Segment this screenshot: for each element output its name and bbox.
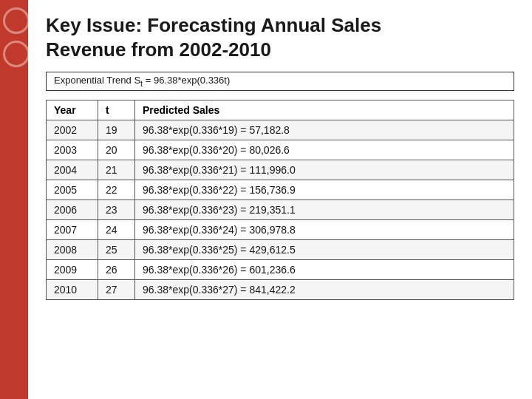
table-row: 20032096.38*exp(0.336*20) = 80,026.6 [47, 140, 514, 160]
table-row: 20042196.38*exp(0.336*21) = 111,996.0 [47, 160, 514, 180]
table-cell-5-0: 2007 [47, 219, 98, 239]
table-cell-2-0: 2004 [47, 160, 98, 180]
table-row: 20052296.38*exp(0.336*22) = 156,736.9 [47, 180, 514, 200]
table-cell-7-1: 26 [98, 259, 135, 279]
main-content: Key Issue: Forecasting Annual Sales Reve… [28, 0, 532, 399]
table-cell-6-0: 2008 [47, 239, 98, 259]
forecast-table: Year t Predicted Sales 20021996.38*exp(0… [46, 100, 514, 300]
col-header-t: t [98, 100, 135, 120]
table-cell-1-2: 96.38*exp(0.336*20) = 80,026.6 [135, 140, 514, 160]
col-header-predicted-sales: Predicted Sales [135, 100, 514, 120]
table-cell-0-1: 19 [98, 120, 135, 140]
table-cell-3-0: 2005 [47, 180, 98, 200]
table-cell-4-1: 23 [98, 200, 135, 219]
table-row: 20062396.38*exp(0.336*23) = 219,351.1 [47, 200, 514, 219]
table-cell-7-0: 2009 [47, 259, 98, 279]
table-cell-4-2: 96.38*exp(0.336*23) = 219,351.1 [135, 200, 514, 219]
table-cell-5-1: 24 [98, 219, 135, 239]
col-header-year: Year [47, 100, 98, 120]
table-cell-0-2: 96.38*exp(0.336*19) = 57,182.8 [135, 120, 514, 140]
table-cell-8-0: 2010 [47, 279, 98, 299]
table-row: 20102796.38*exp(0.336*27) = 841,422.2 [47, 279, 514, 299]
decorative-sidebar [0, 0, 28, 399]
table-cell-3-2: 96.38*exp(0.336*22) = 156,736.9 [135, 180, 514, 200]
table-cell-2-2: 96.38*exp(0.336*21) = 111,996.0 [135, 160, 514, 180]
table-header-row: Year t Predicted Sales [47, 100, 514, 120]
table-cell-6-2: 96.38*exp(0.336*25) = 429,612.5 [135, 239, 514, 259]
table-cell-3-1: 22 [98, 180, 135, 200]
formula-box: Exponential Trend St = 96.38*exp(0.336t) [46, 72, 514, 91]
table-cell-2-1: 21 [98, 160, 135, 180]
table-cell-0-0: 2002 [47, 120, 98, 140]
table-cell-1-1: 20 [98, 140, 135, 160]
table-row: 20082596.38*exp(0.336*25) = 429,612.5 [47, 239, 514, 259]
table-cell-5-2: 96.38*exp(0.336*24) = 306,978.8 [135, 219, 514, 239]
table-row: 20021996.38*exp(0.336*19) = 57,182.8 [47, 120, 514, 140]
table-row: 20072496.38*exp(0.336*24) = 306,978.8 [47, 219, 514, 239]
table-cell-8-2: 96.38*exp(0.336*27) = 841,422.2 [135, 279, 514, 299]
table-cell-8-1: 27 [98, 279, 135, 299]
table-cell-7-2: 96.38*exp(0.336*26) = 601,236.6 [135, 259, 514, 279]
table-cell-4-0: 2006 [47, 200, 98, 219]
table-row: 20092696.38*exp(0.336*26) = 601,236.6 [47, 259, 514, 279]
table-cell-6-1: 25 [98, 239, 135, 259]
table-cell-1-0: 2003 [47, 140, 98, 160]
page-title: Key Issue: Forecasting Annual Sales Reve… [46, 13, 514, 61]
